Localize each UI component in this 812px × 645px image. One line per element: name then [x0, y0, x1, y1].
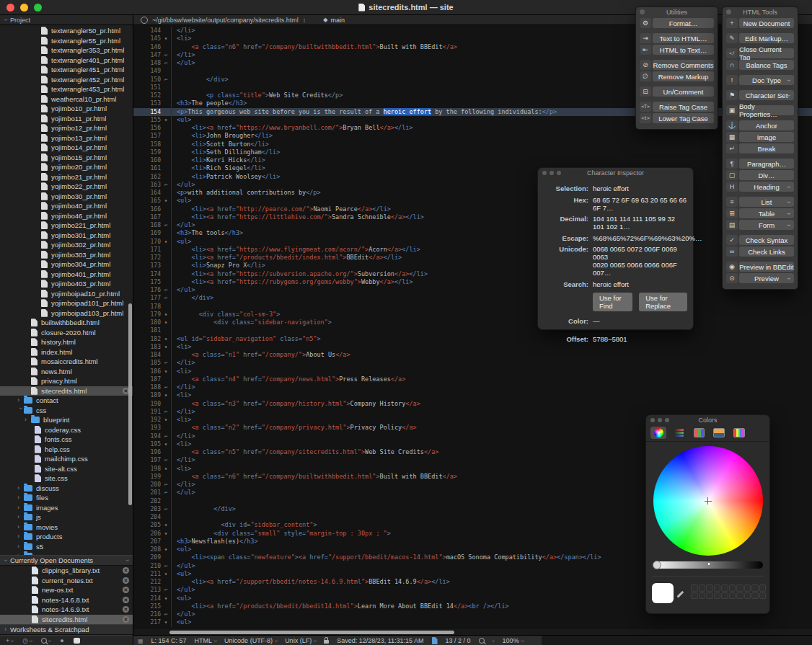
use-for-find-button[interactable]: Use for Find [593, 293, 632, 311]
file-yojimbo40-pr-html[interactable]: yojimbo40_pr.html [0, 201, 133, 211]
file-textwrangler353-pr-html[interactable]: textwrangler353_pr.html [0, 45, 133, 55]
file-notes-14-6-9-txt[interactable]: notes-14.6.9.txt✕ [0, 605, 133, 615]
code-line-183[interactable]: 183▾<li> [133, 343, 812, 351]
code-line-178[interactable]: 178 [133, 303, 812, 311]
file-yojimbo12-pr-html[interactable]: yojimbo12_pr.html [0, 123, 133, 133]
code-line-174[interactable]: 174 <li><a href="https://subversion.apac… [133, 270, 812, 278]
code-line-180[interactable]: 180▾ <div class="sidebar-navigation"> [133, 319, 812, 326]
file-yojimbo11-pr-html[interactable]: yojimbo11_pr.html [0, 114, 133, 124]
balance-tags-button[interactable]: ∩Balance Tags [726, 60, 794, 70]
colors-panel-titlebar[interactable]: Colors [646, 415, 769, 424]
swatch-cell[interactable] [714, 584, 721, 592]
fold-end-icon[interactable]: ¬ [161, 221, 171, 229]
fold-open-icon[interactable]: ▾ [161, 465, 171, 473]
fold-open-icon[interactable]: ▾ [161, 368, 171, 375]
file-coderay-css[interactable]: coderay.css [0, 425, 133, 435]
file-textwrangler453-pr-html[interactable]: textwrangler453_pr.html [0, 84, 133, 94]
character-set-button[interactable]: ⚑Character Set› [726, 90, 794, 100]
fold-open-icon[interactable]: ▾ [161, 319, 171, 326]
clock-menu-icon[interactable]: ◷› [22, 637, 32, 644]
pencils-icon[interactable] [731, 427, 747, 439]
break-button[interactable]: ↵Break [726, 143, 794, 154]
code-line-164[interactable]: 164<p>with additional contributions by</… [133, 189, 812, 197]
code-line-184[interactable]: 184 <a class="n1" href="/company/">About… [133, 351, 812, 359]
code-line-187[interactable]: 187 <a class="n4" href="/company/news.ht… [133, 375, 812, 383]
file-options-icon[interactable] [141, 17, 148, 24]
div-button[interactable]: ▢Div… [726, 170, 794, 180]
chevron-down-icon[interactable]: › [2, 19, 9, 21]
status-html[interactable]: HTML› [195, 637, 217, 644]
code-line-165[interactable]: 165▾<ul> [133, 197, 812, 205]
code-line-157[interactable]: 157 <li>John Brougher</li> [133, 132, 812, 140]
file-yojimbo302-pr-html[interactable]: yojimbo302_pr.html [0, 240, 133, 250]
file-sitecredits-html[interactable]: sitecredits.html✕ [0, 615, 133, 625]
file-weathercal10-pr-html[interactable]: weathercal10_pr.html [0, 94, 133, 104]
file-yojimbo221-pr-html[interactable]: yojimbo221_pr.html [0, 221, 133, 231]
magnifier-icon[interactable] [479, 638, 485, 644]
file-builtwithbbedit-html[interactable]: builtwithbbedit.html [0, 318, 133, 328]
lock-icon[interactable] [324, 638, 329, 644]
code-line-169[interactable]: 169<h3>The tools</h3> [133, 229, 812, 237]
brightness-slider-knob[interactable] [653, 561, 661, 569]
new-document-button[interactable]: +New Document [726, 18, 794, 28]
worksheets-header[interactable]: › Worksheets & Scratchpad [0, 624, 133, 635]
fold-open-icon[interactable]: ▾ [161, 116, 171, 124]
filter-menu-icon[interactable]: ● [60, 637, 63, 644]
code-line-162[interactable]: 162 <li>Patrick Woolsey</li> [133, 173, 812, 181]
chevron-right-icon[interactable]: › [25, 417, 31, 423]
fold-open-icon[interactable]: ▾ [161, 343, 171, 351]
image-icon[interactable] [711, 427, 727, 439]
brightness-slider[interactable] [653, 561, 763, 569]
file-history-html[interactable]: history.html [0, 337, 133, 347]
horizontal-scrollbar[interactable] [133, 629, 812, 635]
code-line-158[interactable]: 158 <li>Scott Burton</li> [133, 141, 812, 148]
swatch-cell[interactable] [751, 584, 759, 592]
remove-comments-button[interactable]: ⊘Remove Comments [640, 60, 714, 70]
fold-end-icon[interactable]: ¬ [161, 489, 171, 497]
fold-end-icon[interactable]: ¬ [161, 286, 171, 294]
swatch-cell[interactable] [751, 592, 759, 600]
code-line-159[interactable]: 159 <li>Seth Dillingham</li> [133, 148, 812, 156]
minimize-window-button[interactable] [20, 4, 28, 12]
fold-end-icon[interactable]: ¬ [161, 359, 171, 367]
swatch-cell[interactable] [691, 584, 698, 592]
folder-blueprint[interactable]: ›blueprint [0, 415, 133, 425]
chevron-right-icon[interactable]: › [17, 504, 24, 511]
fold-open-icon[interactable]: ▾ [161, 570, 171, 578]
folder-js[interactable]: ›js [0, 512, 133, 522]
fold-end-icon[interactable]: ¬ [161, 51, 171, 59]
code-line-170[interactable]: 170▾<ul> [133, 238, 812, 246]
file-clippings-library-txt[interactable]: clippings_library.txt✕ [0, 566, 133, 576]
code-line-175[interactable]: 175 <li><a href="https://rubygems.org/ge… [133, 278, 812, 286]
window-controls[interactable] [542, 171, 561, 175]
fold-open-icon[interactable]: ▾ [161, 35, 171, 43]
git-branch[interactable]: ◆ main [323, 17, 345, 24]
fold-end-icon[interactable]: ¬ [161, 408, 171, 416]
chevron-down-icon[interactable]: › [17, 407, 24, 414]
color-wheel-icon[interactable] [650, 427, 666, 439]
utilities-palette-titlebar[interactable]: Utilities [636, 7, 718, 17]
close-file-button[interactable]: ✕ [123, 597, 129, 603]
file-help-css[interactable]: help.css [0, 445, 133, 455]
fold-open-icon[interactable]: ▾ [161, 335, 171, 343]
folder-files[interactable]: ›files [0, 493, 133, 503]
swatch-cell[interactable] [691, 592, 698, 600]
swatch-cell[interactable] [699, 584, 706, 592]
fold-open-icon[interactable]: ▾ [161, 416, 171, 424]
swatch-cell[interactable] [721, 592, 728, 600]
document-icon[interactable] [432, 637, 438, 644]
code-line-217[interactable]: 217▾<ul> [133, 618, 812, 626]
file-yojimbo14-pr-html[interactable]: yojimbo14_pr.html [0, 143, 133, 153]
file-site-css[interactable]: site.css [0, 473, 133, 484]
file-yojimbo403-pr-html[interactable]: yojimbo403_pr.html [0, 279, 133, 289]
preview-in-bbedit-button[interactable]: ◉Preview in BBEdit [726, 262, 794, 272]
fold-open-icon[interactable]: ▾ [161, 618, 171, 626]
file-yojimbo21-pr-html[interactable]: yojimbo21_pr.html [0, 172, 133, 182]
fold-end-icon[interactable]: ¬ [161, 76, 171, 84]
add-menu-icon[interactable]: +› [6, 637, 13, 644]
character-inspector-titlebar[interactable]: Character Inspector [538, 168, 693, 177]
code-line-190[interactable]: 190 <a class="n3" href="/company/history… [133, 400, 812, 408]
swatch-cell[interactable] [744, 584, 751, 592]
close-palette-button[interactable] [726, 9, 731, 14]
fold-open-icon[interactable]: ▾ [161, 391, 171, 399]
